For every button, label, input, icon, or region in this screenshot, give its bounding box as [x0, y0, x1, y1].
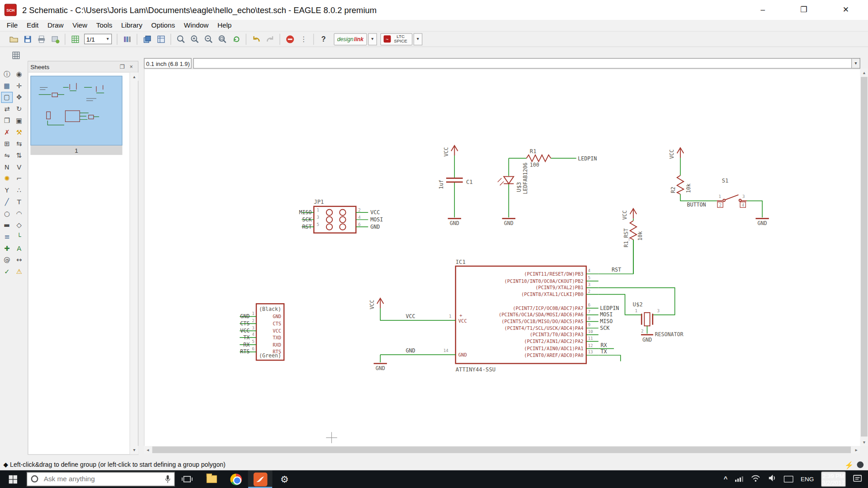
- component-ic1[interactable]: IC1 ATTINY44-SSU VCC GND VCC GND 1 14 + …: [369, 239, 675, 372]
- go-button[interactable]: ⋮: [297, 33, 311, 46]
- component-c1[interactable]: VCC 1uf C1 GND: [438, 145, 473, 226]
- tool-display[interactable]: ▦: [1, 80, 13, 91]
- vcc-symbol[interactable]: [677, 148, 684, 158]
- zoom-out-button[interactable]: [202, 33, 216, 46]
- horizontal-scrollbar[interactable]: ◄ ►: [144, 446, 860, 454]
- print-button[interactable]: [34, 33, 48, 46]
- menu-help[interactable]: Help: [213, 20, 236, 30]
- tool-wire[interactable]: ╱: [1, 197, 13, 207]
- tool-mirror[interactable]: ⇄: [1, 103, 13, 114]
- tray-expand-chevron-icon[interactable]: ^: [724, 475, 728, 483]
- wire[interactable]: [599, 239, 675, 361]
- tool-dimension[interactable]: ↔: [13, 254, 25, 265]
- resonator-crystal[interactable]: [644, 313, 650, 326]
- vcc-symbol[interactable]: [377, 298, 384, 308]
- command-input[interactable]: [193, 58, 852, 69]
- touch-keyboard-icon[interactable]: [784, 476, 793, 483]
- vcc-symbol[interactable]: [451, 145, 458, 155]
- zoom-in-button[interactable]: [188, 33, 202, 46]
- tool-net[interactable]: └: [13, 231, 25, 242]
- tool-mark[interactable]: ✛: [13, 80, 25, 91]
- component-r2-s1[interactable]: VCC R2 10k BUTTON S1 1 3 2 4 GND: [669, 148, 769, 226]
- command-history-dropdown[interactable]: ▼: [852, 58, 860, 69]
- tool-errors[interactable]: ⚠: [13, 266, 25, 277]
- tool-move[interactable]: ✥: [13, 92, 25, 103]
- tool-pinswap[interactable]: ⇆: [13, 138, 25, 149]
- jp1-outline[interactable]: [314, 206, 356, 233]
- save-button[interactable]: [20, 33, 34, 46]
- search-input[interactable]: [27, 472, 175, 486]
- horizontal-scroll-thumb[interactable]: [152, 446, 851, 453]
- tool-rotate[interactable]: ↻: [13, 103, 25, 114]
- resistor-symbol[interactable]: [630, 221, 637, 240]
- component-resonator[interactable]: U$2 GND 1 3 2 RESONATOR: [633, 301, 684, 343]
- menu-file[interactable]: File: [2, 20, 22, 30]
- tool-value[interactable]: V: [13, 162, 25, 173]
- design-link-dropdown[interactable]: ▼: [368, 33, 377, 45]
- tool-attribute[interactable]: @: [1, 254, 13, 265]
- tool-delete[interactable]: ✗: [1, 127, 13, 137]
- sheet-list-item[interactable]: 1: [30, 145, 122, 155]
- wire[interactable]: [680, 158, 762, 217]
- restore-button[interactable]: ❐: [793, 0, 815, 19]
- design-link-button[interactable]: designlink: [334, 33, 367, 45]
- scroll-right-icon[interactable]: ►: [853, 446, 860, 454]
- tool-rect[interactable]: ▬: [1, 220, 13, 230]
- microphone-icon[interactable]: [165, 475, 171, 486]
- eagle-button[interactable]: [248, 470, 273, 488]
- tool-arc[interactable]: ◠: [13, 208, 25, 219]
- tool-gateswap[interactable]: ⇅: [13, 150, 25, 161]
- tool-change[interactable]: ⚒: [13, 127, 25, 137]
- grid-toggle-button[interactable]: [9, 49, 23, 62]
- scroll-left-icon[interactable]: ◄: [144, 446, 151, 454]
- minimize-button[interactable]: –: [752, 0, 774, 19]
- menu-edit[interactable]: Edit: [22, 20, 43, 30]
- scroll-down-icon[interactable]: ▼: [130, 446, 138, 454]
- action-center-icon[interactable]: [853, 474, 863, 484]
- wifi-icon[interactable]: [751, 474, 761, 484]
- menu-tools[interactable]: Tools: [92, 20, 117, 30]
- speaker-icon[interactable]: [768, 474, 777, 484]
- tool-paste[interactable]: ▣: [13, 115, 25, 126]
- use-library-button[interactable]: [120, 33, 134, 46]
- tool-label[interactable]: A: [13, 243, 25, 254]
- zoom-scale-select[interactable]: 1/1▼: [84, 34, 112, 44]
- close-button[interactable]: ✕: [835, 0, 857, 19]
- ltc-spice-dropdown[interactable]: ▼: [413, 33, 422, 45]
- sheets-scrollbar[interactable]: ▲ ▼: [130, 72, 138, 454]
- tool-invoke[interactable]: ∴: [13, 185, 25, 196]
- clock[interactable]: 2:39 PM 3/2/2017: [821, 471, 846, 487]
- tool-smash[interactable]: ✺: [1, 173, 13, 184]
- menu-options[interactable]: Options: [147, 20, 179, 30]
- scroll-up-icon[interactable]: ▲: [860, 69, 868, 76]
- tool-split[interactable]: Y: [1, 185, 13, 196]
- panel-float-button[interactable]: ❐: [118, 62, 127, 71]
- tool-name[interactable]: N: [1, 162, 13, 173]
- panel-close-button[interactable]: ×: [127, 62, 136, 71]
- tool-replace[interactable]: ⇋: [1, 150, 13, 161]
- zoom-redraw-button[interactable]: [229, 33, 243, 46]
- tool-polygon[interactable]: ◇: [13, 220, 25, 230]
- menu-draw[interactable]: Draw: [43, 20, 68, 30]
- sheet-thumbnail[interactable]: [30, 76, 122, 145]
- zoom-select-button[interactable]: [215, 33, 229, 46]
- redo-button[interactable]: [263, 33, 277, 46]
- undo-button[interactable]: [249, 33, 263, 46]
- layer-settings-button[interactable]: [140, 33, 154, 46]
- cam-processor-button[interactable]: [48, 33, 62, 46]
- tool-circle[interactable]: ○: [1, 208, 13, 219]
- start-button[interactable]: [0, 470, 25, 488]
- led-symbol[interactable]: [504, 177, 514, 184]
- tool-miter[interactable]: ⌐: [13, 173, 25, 184]
- tool-info[interactable]: ⓘ: [1, 69, 13, 80]
- language-indicator[interactable]: ENG: [801, 476, 814, 483]
- component-ftdi[interactable]: (Black) (Green) GND CTS VCC TXD RXD RTS …: [240, 304, 284, 360]
- wire[interactable]: [380, 308, 456, 362]
- chrome-button[interactable]: [224, 470, 248, 488]
- tool-bus[interactable]: ≡: [1, 231, 13, 242]
- tool-group[interactable]: ▢: [1, 92, 13, 103]
- tool-text[interactable]: T: [13, 197, 25, 207]
- tool-erc[interactable]: ✓: [1, 266, 13, 277]
- scroll-up-icon[interactable]: ▲: [130, 72, 138, 80]
- open-button[interactable]: [7, 33, 21, 46]
